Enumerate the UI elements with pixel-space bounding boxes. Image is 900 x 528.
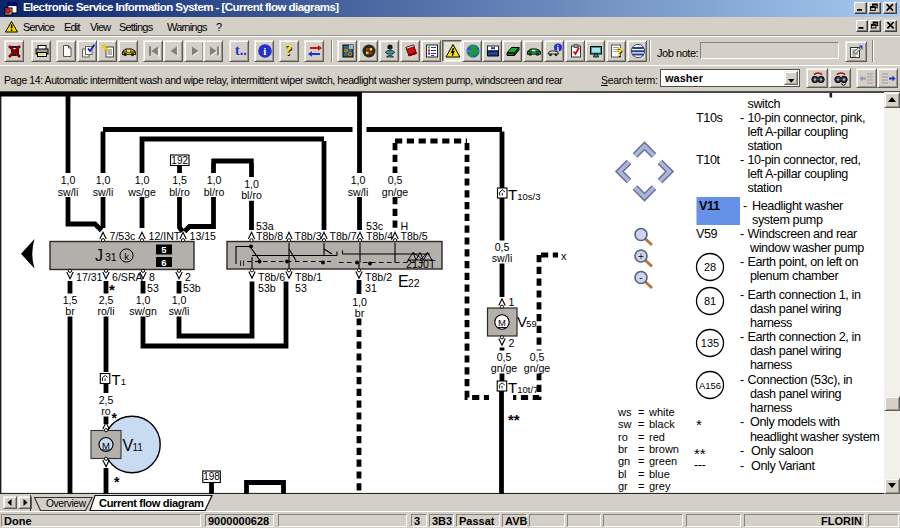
svg-text:Only models with: Only models with bbox=[750, 415, 840, 429]
svg-text:59: 59 bbox=[526, 319, 536, 329]
svg-text:10-pin connector, red,: 10-pin connector, red, bbox=[748, 153, 861, 167]
svg-text:5: 5 bbox=[161, 244, 167, 255]
svg-text:bl/ro: bl/ro bbox=[204, 186, 225, 198]
svg-text:0,5: 0,5 bbox=[497, 351, 512, 363]
svg-text:dash panel wiring: dash panel wiring bbox=[750, 344, 842, 358]
svg-text:V11: V11 bbox=[699, 199, 720, 213]
svg-text:ro: ro bbox=[101, 405, 111, 417]
svg-text:T8b/5: T8b/5 bbox=[401, 230, 428, 242]
svg-text:gn/ge: gn/ge bbox=[382, 186, 409, 198]
svg-text:Earth connection 1, in: Earth connection 1, in bbox=[748, 288, 861, 302]
svg-text:gn/ge: gn/ge bbox=[524, 362, 551, 374]
svg-text:red: red bbox=[649, 431, 665, 443]
svg-text:135: 135 bbox=[701, 337, 719, 349]
svg-text:sw/gn: sw/gn bbox=[129, 305, 157, 317]
svg-text:31: 31 bbox=[105, 251, 117, 263]
svg-text:=: = bbox=[638, 480, 644, 492]
svg-text:T8b/7: T8b/7 bbox=[330, 230, 357, 242]
svg-text:21J0T: 21J0T bbox=[406, 258, 436, 270]
svg-text:*: * bbox=[114, 474, 120, 490]
svg-text:---: --- bbox=[694, 458, 706, 472]
svg-text:i: i bbox=[263, 45, 266, 57]
svg-text:-: - bbox=[740, 459, 744, 473]
svg-text:plenum chamber: plenum chamber bbox=[750, 269, 838, 283]
svg-text:1,0: 1,0 bbox=[61, 174, 76, 186]
svg-text:2: 2 bbox=[509, 337, 515, 349]
svg-text:1,0: 1,0 bbox=[172, 294, 187, 306]
svg-text:=: = bbox=[638, 455, 644, 467]
svg-text:1,0: 1,0 bbox=[136, 294, 151, 306]
svg-text:=: = bbox=[638, 431, 644, 443]
svg-text:T8b/3: T8b/3 bbox=[295, 230, 322, 242]
svg-text:V59: V59 bbox=[696, 227, 718, 241]
svg-text:31: 31 bbox=[365, 282, 377, 294]
svg-text:-: - bbox=[740, 288, 744, 302]
svg-text:T10t: T10t bbox=[696, 153, 721, 167]
svg-text:53: 53 bbox=[147, 282, 159, 294]
svg-text:-: - bbox=[740, 444, 744, 458]
svg-text:harness: harness bbox=[750, 316, 792, 330]
svg-text:198: 198 bbox=[203, 471, 220, 482]
svg-text:1,0: 1,0 bbox=[352, 296, 367, 308]
svg-text:0,5: 0,5 bbox=[388, 174, 403, 186]
svg-text:-: - bbox=[740, 111, 744, 125]
svg-text:-: - bbox=[740, 153, 744, 167]
svg-text:T10s: T10s bbox=[696, 111, 723, 125]
svg-text:81: 81 bbox=[704, 295, 716, 307]
svg-text:white: white bbox=[648, 406, 675, 418]
svg-text:bl/ro: bl/ro bbox=[169, 186, 190, 198]
svg-text:22: 22 bbox=[408, 277, 420, 289]
svg-text:?: ? bbox=[616, 45, 622, 59]
svg-text:gr: gr bbox=[618, 480, 628, 492]
svg-text:-: - bbox=[639, 272, 642, 283]
svg-text:10-pin connector, pink,: 10-pin connector, pink, bbox=[748, 111, 866, 125]
svg-text:bl/ro: bl/ro bbox=[241, 189, 262, 201]
svg-text:1: 1 bbox=[121, 376, 126, 387]
svg-text:ro/li: ro/li bbox=[97, 305, 114, 317]
svg-text:=: = bbox=[638, 443, 644, 455]
svg-text:1: 1 bbox=[509, 296, 515, 308]
svg-text:1,0: 1,0 bbox=[135, 174, 150, 186]
svg-text:br: br bbox=[355, 307, 365, 319]
svg-text:Connection (53c), in: Connection (53c), in bbox=[748, 373, 853, 387]
svg-text:53: 53 bbox=[295, 282, 307, 294]
svg-text:*: * bbox=[696, 416, 702, 433]
svg-text:Only saloon: Only saloon bbox=[751, 444, 814, 458]
svg-text:-: - bbox=[740, 227, 744, 241]
svg-text:br: br bbox=[618, 443, 628, 455]
svg-text:dash panel wiring: dash panel wiring bbox=[750, 387, 842, 401]
svg-text:br: br bbox=[65, 305, 75, 317]
svg-text:blue: blue bbox=[649, 468, 670, 480]
svg-text:Current flow diagram: Current flow diagram bbox=[99, 497, 204, 509]
svg-text:-: - bbox=[740, 330, 744, 344]
svg-text:left A-pillar coupling: left A-pillar coupling bbox=[748, 125, 849, 139]
svg-text:t..: t.. bbox=[235, 43, 247, 58]
svg-text:sw/li: sw/li bbox=[492, 252, 513, 264]
svg-text:12/INT: 12/INT bbox=[149, 230, 181, 242]
svg-text:?: ? bbox=[284, 43, 292, 58]
svg-text:192: 192 bbox=[171, 155, 188, 166]
svg-text:x: x bbox=[561, 250, 567, 262]
svg-text:gn: gn bbox=[618, 455, 630, 467]
svg-text:harness: harness bbox=[750, 358, 792, 372]
svg-text:=: = bbox=[638, 468, 644, 480]
svg-text:11: 11 bbox=[132, 442, 143, 453]
svg-text:dash panel wiring: dash panel wiring bbox=[750, 302, 842, 316]
svg-text:2: 2 bbox=[185, 271, 191, 283]
svg-text:1,5: 1,5 bbox=[172, 174, 187, 186]
svg-text:10t/7: 10t/7 bbox=[517, 384, 538, 395]
svg-text:green: green bbox=[649, 455, 677, 467]
svg-text:window washer pump: window washer pump bbox=[749, 241, 864, 255]
svg-text:sw/li: sw/li bbox=[93, 186, 114, 198]
svg-text:1,5: 1,5 bbox=[63, 294, 78, 306]
svg-text:Windscreen and rear: Windscreen and rear bbox=[748, 227, 858, 241]
svg-text:bl: bl bbox=[618, 468, 627, 480]
svg-text:-: - bbox=[740, 255, 744, 269]
svg-text:gn/ge: gn/ge bbox=[491, 362, 518, 374]
svg-text:harness: harness bbox=[750, 401, 792, 415]
svg-text:k: k bbox=[124, 251, 129, 262]
svg-text:+: + bbox=[638, 251, 644, 262]
svg-text:T8b/1: T8b/1 bbox=[295, 271, 322, 283]
svg-text:10s/3: 10s/3 bbox=[517, 191, 540, 202]
svg-text:2,5: 2,5 bbox=[99, 294, 114, 306]
